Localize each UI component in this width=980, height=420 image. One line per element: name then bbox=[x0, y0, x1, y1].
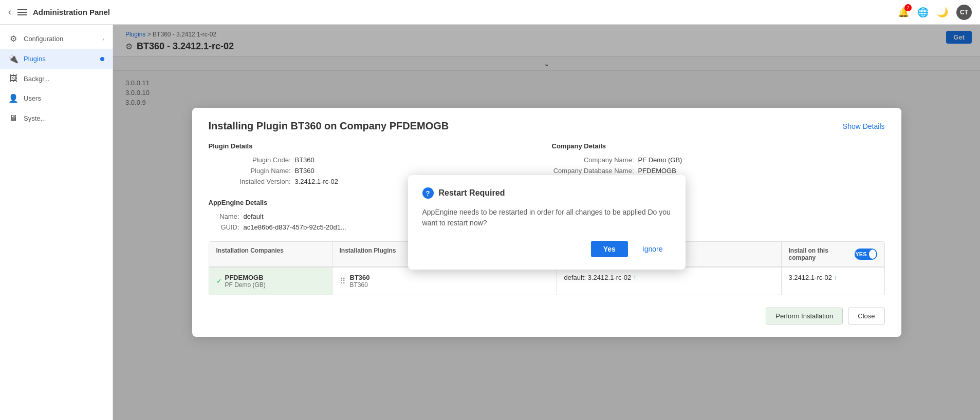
plugin-code-row: Plugin Code: BT360 bbox=[209, 156, 542, 164]
sidebar-label-background: Backgr... bbox=[24, 75, 104, 83]
notifications-icon[interactable]: 🔔 2 bbox=[898, 7, 909, 18]
company-db-row: Company Database Name: PFDEMOGB bbox=[552, 167, 885, 175]
restart-ignore-button[interactable]: Ignore bbox=[634, 241, 671, 257]
restart-dialog-body: AppEngine needs to be restarted in order… bbox=[422, 207, 671, 228]
close-dialog-button[interactable]: Close bbox=[848, 308, 884, 324]
restart-dialog: ? Restart Required AppEngine needs to be… bbox=[408, 175, 686, 270]
sidebar-label-system: Syste... bbox=[24, 114, 104, 122]
restart-yes-button[interactable]: Yes bbox=[591, 241, 628, 257]
dialog-footer: Perform Installation Close bbox=[209, 306, 885, 324]
topbar: ‹ Administration Panel 🔔 2 🌐 🌙 CT bbox=[0, 0, 980, 25]
appengine-name-label: Name: bbox=[209, 213, 239, 220]
notification-badge: 2 bbox=[904, 4, 912, 11]
sidebar-item-plugins[interactable]: 🔌 Plugins bbox=[0, 49, 113, 69]
col-install-label: Install on this company bbox=[789, 247, 850, 261]
question-icon: ? bbox=[422, 187, 434, 199]
plugins-icon: 🔌 bbox=[8, 54, 19, 64]
modal-overlay: Installing Plugin BT360 on Company PFDEM… bbox=[113, 25, 980, 420]
install-dialog: Installing Plugin BT360 on Company PFDEM… bbox=[192, 108, 901, 337]
install-dialog-header: Installing Plugin BT360 on Company PFDEM… bbox=[209, 120, 885, 132]
sidebar-label-plugins: Plugins bbox=[24, 55, 95, 63]
plugin-name-value: BT360 bbox=[295, 167, 315, 175]
sidebar-item-background[interactable]: 🖼 Backgr... bbox=[0, 69, 113, 88]
appengine-cell-version: 3.2412.1-rc-02 bbox=[588, 274, 632, 281]
sidebar: ⚙ Configuration › 🔌 Plugins 🖼 Backgr... … bbox=[0, 25, 113, 420]
appengine-name-value: default bbox=[244, 213, 264, 220]
show-details-link[interactable]: Show Details bbox=[843, 122, 885, 130]
chevron-icon: › bbox=[102, 36, 104, 42]
company-check-icon: ✓ bbox=[216, 277, 222, 285]
appengine-cell-label: default: bbox=[564, 274, 586, 281]
restart-dialog-footer: Yes Ignore bbox=[422, 241, 671, 257]
col-companies: Installation Companies bbox=[209, 242, 332, 266]
plugin-cell-code: BT360 bbox=[350, 274, 370, 281]
company-cell: ✓ PFDEMOGB PF Demo (GB) bbox=[209, 267, 332, 295]
company-name-row: Company Name: PF Demo (GB) bbox=[552, 156, 885, 164]
plugin-cell-name: BT360 bbox=[350, 281, 370, 289]
plugin-name-row: Plugin Name: BT360 bbox=[209, 167, 542, 175]
plugin-info: BT360 BT360 bbox=[350, 274, 370, 289]
company-details-heading: Company Details bbox=[552, 142, 885, 150]
plugin-code-label: Plugin Code: bbox=[209, 156, 291, 164]
appengine-guid-value: ac1e86b6-d837-457b-92c5-20d1... bbox=[244, 223, 346, 231]
plugin-name-label: Plugin Name: bbox=[209, 167, 291, 175]
install-toggle[interactable]: YES bbox=[855, 249, 877, 260]
appengine-up-arrow: ↑ bbox=[633, 274, 637, 281]
globe-icon[interactable]: 🌐 bbox=[917, 7, 929, 18]
install-version: 3.2412.1-rc-02 bbox=[789, 274, 833, 281]
toggle-label: YES bbox=[856, 251, 867, 257]
users-icon: 👤 bbox=[8, 93, 19, 103]
perform-installation-button[interactable]: Perform Installation bbox=[766, 308, 843, 324]
plugin-details-heading: Plugin Details bbox=[209, 142, 542, 150]
plugins-dot bbox=[100, 57, 104, 61]
sidebar-item-system[interactable]: 🖥 Syste... bbox=[0, 108, 113, 128]
system-icon: 🖥 bbox=[8, 113, 19, 123]
topbar-title: Administration Panel bbox=[33, 8, 892, 16]
configuration-icon: ⚙ bbox=[8, 34, 19, 44]
company-db-label: Company Database Name: bbox=[552, 167, 634, 175]
drag-handle-icon[interactable]: ⠿ bbox=[340, 276, 346, 286]
installed-version-label: Installed Version: bbox=[209, 178, 291, 185]
company-info: PFDEMOGB PF Demo (GB) bbox=[225, 274, 266, 289]
layout: ⚙ Configuration › 🔌 Plugins 🖼 Backgr... … bbox=[0, 25, 980, 420]
company-name-label: Company Name: bbox=[552, 156, 634, 164]
avatar[interactable]: CT bbox=[956, 5, 972, 20]
plugin-cell: ⠿ BT360 BT360 bbox=[332, 267, 557, 295]
company-subname: PF Demo (GB) bbox=[225, 281, 266, 289]
restart-dialog-title: ? Restart Required bbox=[422, 187, 671, 199]
company-db-value: PFDEMOGB bbox=[638, 167, 676, 175]
sidebar-label-users: Users bbox=[24, 94, 104, 102]
install-version-cell: 3.2412.1-rc-02 ↑ bbox=[782, 267, 884, 295]
appengine-guid-label: GUID: bbox=[209, 223, 239, 231]
topbar-actions: 🔔 2 🌐 🌙 CT bbox=[898, 5, 972, 20]
back-button[interactable]: ‹ bbox=[8, 7, 11, 17]
table-body: ✓ PFDEMOGB PF Demo (GB) ⠿ bbox=[209, 267, 884, 295]
appengine-cell: default: 3.2412.1-rc-02 ↑ bbox=[557, 267, 782, 295]
plugin-code-value: BT360 bbox=[295, 156, 315, 164]
toggle-knob bbox=[869, 250, 876, 259]
col-install: Install on this company YES bbox=[782, 242, 884, 266]
company-name-value: PF Demo (GB) bbox=[638, 156, 682, 164]
install-dialog-title: Installing Plugin BT360 on Company PFDEM… bbox=[209, 120, 449, 132]
main-content: Plugins > BT360 - 3.2412.1-rc-02 ⚙ BT360… bbox=[113, 25, 980, 420]
sidebar-item-configuration[interactable]: ⚙ Configuration › bbox=[0, 29, 113, 49]
menu-button[interactable] bbox=[17, 9, 27, 15]
install-up-arrow: ↑ bbox=[834, 274, 838, 281]
company-code: PFDEMOGB bbox=[225, 274, 266, 281]
sidebar-label-configuration: Configuration bbox=[24, 35, 97, 43]
restart-title-text: Restart Required bbox=[439, 188, 505, 198]
sidebar-item-users[interactable]: 👤 Users bbox=[0, 88, 113, 108]
theme-icon[interactable]: 🌙 bbox=[937, 7, 948, 18]
installed-version-value: 3.2412.1-rc-02 bbox=[295, 178, 339, 185]
background-icon: 🖼 bbox=[8, 74, 19, 83]
